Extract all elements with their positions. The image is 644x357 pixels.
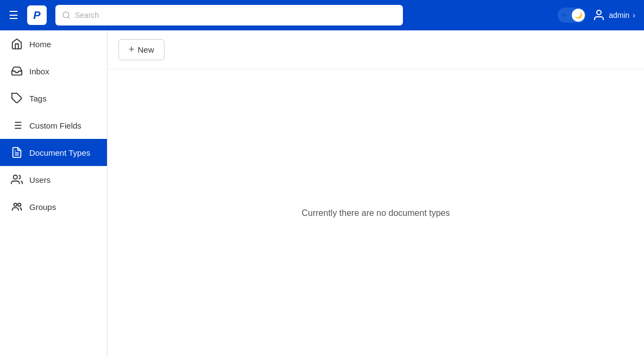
sun-icon: ☀ (561, 11, 567, 19)
sidebar-item-groups[interactable]: Groups (0, 193, 107, 220)
home-icon (11, 38, 23, 50)
menu-icon[interactable]: ☰ (9, 9, 18, 22)
svg-point-14 (18, 203, 21, 207)
sidebar-document-types-label: Document Types (29, 148, 90, 157)
svg-point-12 (14, 175, 17, 179)
sidebar: Home Inbox Tags (0, 30, 108, 357)
sidebar-groups-label: Groups (29, 202, 56, 212)
header-right: ☀ 🌙 admin › (558, 8, 635, 23)
theme-toggle[interactable]: ☀ 🌙 (558, 8, 586, 23)
document-types-icon (11, 146, 23, 158)
moon-icon: 🌙 (574, 11, 583, 19)
user-icon (592, 9, 605, 22)
search-bar (55, 5, 403, 25)
custom-fields-icon (11, 119, 23, 131)
groups-icon (11, 201, 23, 213)
svg-point-0 (63, 12, 69, 18)
new-button[interactable]: + New (118, 39, 165, 60)
header: ☰ P ☀ 🌙 admin › (0, 0, 644, 30)
sidebar-custom-fields-label: Custom Fields (29, 121, 81, 130)
app-logo: P (27, 5, 47, 25)
sidebar-item-inbox[interactable]: Inbox (0, 58, 107, 85)
theme-toggle-knob: 🌙 (572, 9, 585, 22)
new-button-label: New (138, 45, 154, 54)
svg-point-13 (14, 203, 17, 207)
svg-point-2 (597, 10, 601, 15)
sidebar-inbox-label: Inbox (29, 67, 49, 76)
main-toolbar: + New (108, 30, 644, 69)
users-icon (11, 174, 23, 186)
search-icon (62, 11, 71, 20)
user-menu[interactable]: admin › (592, 9, 635, 22)
empty-state: Currently there are no document types (108, 69, 644, 357)
sidebar-tags-label: Tags (29, 94, 47, 103)
main-content: + New Currently there are no document ty… (108, 30, 644, 357)
new-button-plus-icon: + (129, 44, 135, 55)
empty-message: Currently there are no document types (301, 208, 450, 218)
sidebar-users-label: Users (29, 175, 50, 184)
user-name-label: admin (609, 11, 629, 20)
user-chevron-icon: › (633, 11, 635, 20)
sidebar-item-custom-fields[interactable]: Custom Fields (0, 112, 107, 139)
inbox-icon (11, 65, 23, 77)
sidebar-item-tags[interactable]: Tags (0, 85, 107, 112)
sidebar-home-label: Home (29, 40, 51, 49)
sidebar-item-users[interactable]: Users (0, 166, 107, 193)
sidebar-item-home[interactable]: Home (0, 30, 107, 58)
sidebar-item-document-types[interactable]: Document Types (0, 139, 107, 166)
tag-icon (11, 92, 23, 104)
search-input[interactable] (75, 11, 396, 20)
svg-line-1 (68, 17, 70, 18)
